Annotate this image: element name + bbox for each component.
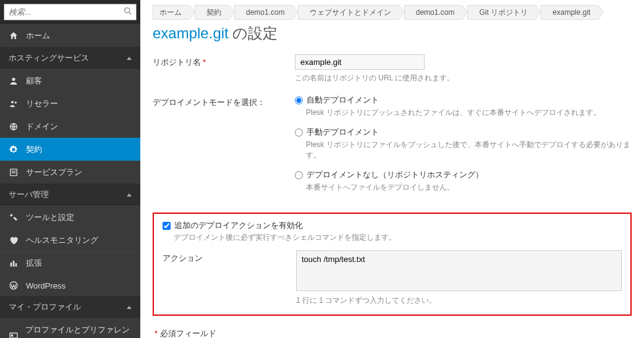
option-desc: Plesk リポジトリにファイルをプッシュした後で、本番サイトへ手動でデプロイす… — [306, 140, 632, 161]
enable-actions-checkbox[interactable] — [163, 222, 171, 230]
nav-label: WordPress — [26, 281, 66, 290]
users-icon — [9, 99, 21, 109]
tools-icon — [9, 213, 21, 222]
title-link[interactable]: example.git — [153, 25, 229, 41]
svg-point-2 — [12, 78, 15, 81]
enable-actions-row[interactable]: 追加のデプロイアクションを有効化 — [163, 220, 622, 231]
nav-customers[interactable]: 顧客 — [0, 69, 140, 92]
nav-section-label: マイ・プロファイル — [9, 302, 81, 313]
nav-label: ドメイン — [26, 121, 58, 132]
title-rest: の設定 — [229, 25, 278, 41]
nav-service-plans[interactable]: サービスプラン — [0, 161, 140, 184]
nav-wordpress[interactable]: WordPress — [0, 274, 140, 296]
deploy-mode-row: デプロイメントモードを選択： 自動デプロイメント Plesk リポジトリにプッシ… — [153, 95, 632, 201]
breadcrumb-item[interactable]: demo1.com — [234, 5, 293, 20]
option-label: 自動デプロイメント — [307, 95, 379, 104]
deploy-manual-option[interactable]: 手動デプロイメント Plesk リポジトリにファイルをプッシュした後で、本番サイ… — [295, 127, 632, 161]
deploy-manual-radio[interactable] — [295, 129, 303, 137]
nav-section-hosting[interactable]: ホスティングサービス — [0, 47, 140, 69]
search-wrap — [0, 0, 140, 24]
wordpress-icon — [9, 281, 21, 290]
svg-point-3 — [11, 101, 14, 103]
svg-point-14 — [11, 335, 13, 337]
svg-rect-11 — [15, 263, 17, 266]
nav-tools[interactable]: ツールと設定 — [0, 206, 140, 229]
required-note: *必須フィールド — [153, 326, 295, 338]
nav-section-label: ホスティングサービス — [9, 53, 89, 64]
repo-name-row: リポジトリ名* この名前はリポジトリの URL に使用されます。 — [153, 54, 632, 83]
user-icon — [9, 76, 21, 86]
breadcrumb-item[interactable]: ホーム — [153, 5, 190, 20]
nav-label: リセラー — [26, 98, 58, 109]
deploy-auto-option[interactable]: 自動デプロイメント Plesk リポジトリにプッシュされたファイルは、すぐに本番… — [295, 95, 632, 118]
required-mark: * — [203, 57, 206, 67]
card-icon — [9, 331, 20, 338]
actions-label: アクション — [163, 250, 296, 306]
svg-rect-10 — [13, 261, 15, 266]
nav-health[interactable]: ヘルスモニタリング — [0, 229, 140, 251]
list-icon — [9, 167, 21, 177]
breadcrumb-item[interactable]: Git リポジトリ — [467, 5, 536, 20]
label-text: リポジトリ名 — [153, 57, 201, 67]
deploy-none-option[interactable]: デプロイメントなし（リポジトリホスティング） 本番サイトへファイルをデプロイしま… — [295, 169, 632, 193]
option-label: 手動デプロイメント — [307, 127, 379, 137]
nav-profile-prefs[interactable]: プロファイルとプリファレンス — [0, 318, 140, 338]
main-content: ホーム 契約 demo1.com ウェブサイトとドメイン demo1.com G… — [140, 0, 644, 338]
chevron-up-icon — [127, 193, 132, 196]
nav-label: サービスプラン — [26, 167, 82, 178]
svg-line-1 — [129, 12, 131, 14]
globe-icon — [9, 122, 21, 132]
nav-section-server[interactable]: サーバ管理 — [0, 184, 140, 206]
chevron-up-icon — [127, 57, 132, 60]
svg-point-0 — [125, 8, 130, 13]
option-desc: 本番サイトへファイルをデプロイしません。 — [306, 182, 632, 193]
gear-icon — [9, 145, 21, 154]
home-icon — [9, 31, 21, 41]
nav-resellers[interactable]: リセラー — [0, 92, 140, 115]
option-label: デプロイメントなし（リポジトリホスティング） — [307, 170, 483, 179]
search-box[interactable] — [4, 4, 137, 20]
repo-name-input[interactable] — [295, 54, 425, 70]
svg-point-4 — [15, 101, 17, 103]
breadcrumb-item[interactable]: 契約 — [195, 5, 229, 20]
nav-section-profile[interactable]: マイ・プロファイル — [0, 296, 140, 318]
enable-actions-hint: デプロイメント後に必ず実行すべきシェルコマンドを指定します。 — [174, 232, 622, 243]
search-icon[interactable] — [120, 6, 136, 18]
nav-label: ホーム — [26, 30, 50, 41]
deploy-actions-box: 追加のデプロイアクションを有効化 デプロイメント後に必ず実行すべきシェルコマンド… — [153, 213, 632, 316]
nav-label: ヘルスモニタリング — [26, 235, 98, 246]
svg-rect-9 — [11, 263, 12, 267]
repo-name-label: リポジトリ名* — [153, 54, 295, 83]
search-input[interactable] — [4, 4, 120, 20]
nav-label: 契約 — [26, 144, 42, 155]
breadcrumb-item[interactable]: example.git — [541, 5, 598, 20]
nav-home[interactable]: ホーム — [0, 24, 140, 47]
nav-label: 顧客 — [26, 75, 42, 87]
breadcrumb-item[interactable]: ウェブサイトとドメイン — [298, 5, 399, 20]
nav-subscriptions[interactable]: 契約 — [0, 138, 140, 161]
option-desc: Plesk リポジトリにプッシュされたファイルは、すぐに本番サイトへデプロイされ… — [306, 108, 632, 118]
nav-section-label: サーバ管理 — [9, 189, 49, 200]
actions-textarea[interactable]: touch /tmp/test.txt — [296, 250, 622, 291]
deploy-mode-label: デプロイメントモードを選択： — [153, 95, 295, 201]
breadcrumbs: ホーム 契約 demo1.com ウェブサイトとドメイン demo1.com G… — [153, 5, 632, 20]
heart-icon — [9, 235, 21, 245]
nav-label: 拡張 — [26, 258, 42, 269]
sidebar: ホーム ホスティングサービス 顧客 リセラー ドメイン 契約 サービスプラン サ… — [0, 0, 140, 338]
actions-hint: 1 行に 1 コマンドずつ入力してください。 — [296, 295, 622, 306]
deploy-none-radio[interactable] — [295, 171, 303, 179]
checkbox-label: 追加のデプロイアクションを有効化 — [174, 221, 303, 230]
repo-name-hint: この名前はリポジトリの URL に使用されます。 — [295, 73, 632, 83]
nav-label: ツールと設定 — [26, 212, 74, 223]
page-title: example.git の設定 — [153, 23, 632, 43]
nav-label: プロファイルとプリファレンス — [25, 324, 132, 338]
nav-extensions[interactable]: 拡張 — [0, 251, 140, 274]
breadcrumb-item[interactable]: demo1.com — [404, 5, 463, 20]
deploy-auto-radio[interactable] — [295, 96, 303, 104]
puzzle-icon — [9, 258, 21, 268]
required-note-text: 必須フィールド — [160, 329, 216, 338]
chevron-up-icon — [127, 306, 132, 309]
nav-domains[interactable]: ドメイン — [0, 115, 140, 138]
